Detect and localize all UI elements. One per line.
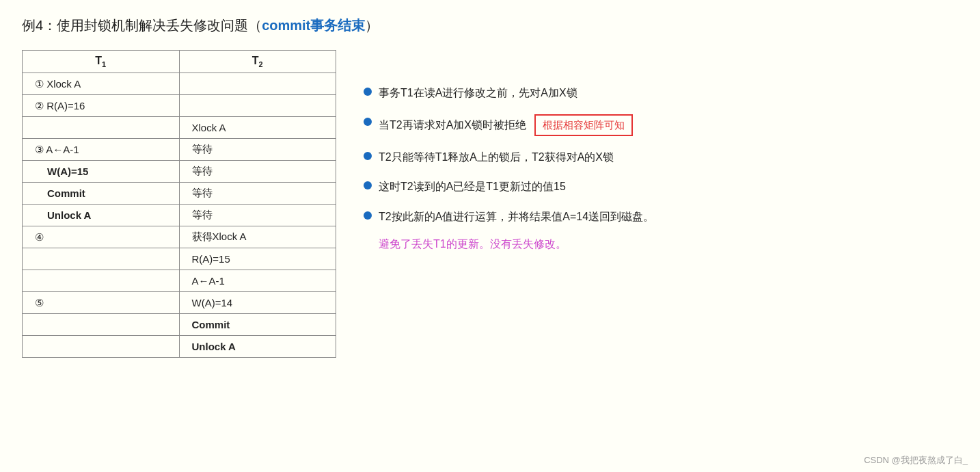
right-section: 事务T1在读A进行修改之前，先对A加X锁当T2再请求对A加X锁时被拒绝根据相容矩…: [364, 50, 958, 252]
bullet-text: 这时T2读到的A已经是T1更新过的值15: [379, 178, 566, 196]
table-cell-t2: A←A-1: [179, 270, 336, 292]
table-row: ③ A←A-1: [23, 139, 180, 161]
table-row: ① Xlock A: [23, 73, 180, 95]
bullet-dot-icon: [364, 152, 372, 160]
table-row: [23, 336, 180, 358]
title-suffix: ）: [365, 18, 379, 33]
table-row: [23, 117, 180, 139]
bullet-text: T2按此新的A值进行运算，并将结果值A=14送回到磁盘。: [379, 208, 654, 226]
bullet-item: T2按此新的A值进行运算，并将结果值A=14送回到磁盘。: [364, 208, 958, 226]
bullet-list: 事务T1在读A进行修改之前，先对A加X锁当T2再请求对A加X锁时被拒绝根据相容矩…: [364, 84, 958, 225]
table-row: Commit: [23, 183, 180, 205]
bullet-item: 事务T1在读A进行修改之前，先对A加X锁: [364, 84, 958, 102]
table-cell-t2: 获得Xlock A: [179, 226, 336, 248]
bullet-dot-icon: [364, 181, 372, 189]
bullet-text: 事务T1在读A进行修改之前，先对A加X锁: [379, 84, 577, 102]
bullet-item: 这时T2读到的A已经是T1更新过的值15: [364, 178, 958, 196]
table-row: [23, 314, 180, 336]
conclusion: 避免了丢失T1的更新。没有丢失修改。: [379, 237, 958, 252]
table-cell-t2: [179, 73, 336, 95]
bullet-dot-icon: [364, 211, 372, 220]
col1-header: T1: [23, 51, 180, 73]
bullet-item: T2只能等待T1释放A上的锁后，T2获得对A的X锁: [364, 148, 958, 166]
table-row: [23, 270, 180, 292]
transaction-table: T1 T2 ① Xlock A② R(A)=16Xlock A③ A←A-1等待…: [22, 50, 336, 358]
col2-header: T2: [179, 51, 336, 73]
table-cell-t2: [179, 95, 336, 117]
bullet-dot-icon: [364, 118, 372, 126]
page-title: 例4：使用封锁机制解决丢失修改问题（commit事务结束）: [22, 16, 958, 35]
table-section: T1 T2 ① Xlock A② R(A)=16Xlock A③ A←A-1等待…: [22, 50, 336, 358]
table-row: ④: [23, 226, 180, 248]
inline-annotation-box: 根据相容矩阵可知: [534, 114, 633, 136]
title-prefix: 例4：使用封锁机制解决丢失修改问题（: [22, 18, 262, 33]
bullet-item: 当T2再请求对A加X锁时被拒绝根据相容矩阵可知: [364, 114, 958, 136]
title-keyword: commit事务结束: [262, 18, 365, 33]
table-cell-t2: 等待: [179, 183, 336, 205]
table-cell-t2: 等待: [179, 139, 336, 161]
table-cell-t2: 等待: [179, 161, 336, 183]
table-cell-t2: 等待: [179, 205, 336, 226]
table-cell-t2: Commit: [179, 314, 336, 336]
table-cell-t2: W(A)=14: [179, 292, 336, 314]
table-cell-t2: Xlock A: [179, 117, 336, 139]
table-row: [23, 248, 180, 270]
bullet-text: T2只能等待T1释放A上的锁后，T2获得对A的X锁: [379, 148, 614, 166]
main-layout: T1 T2 ① Xlock A② R(A)=16Xlock A③ A←A-1等待…: [22, 50, 958, 358]
table-row: Unlock A: [23, 205, 180, 226]
table-row: ② R(A)=16: [23, 95, 180, 117]
footer-note: CSDN @我把夜熬成了白_: [864, 454, 968, 467]
table-cell-t2: Unlock A: [179, 336, 336, 358]
table-cell-t2: R(A)=15: [179, 248, 336, 270]
bullet-text: 当T2再请求对A加X锁时被拒绝: [379, 116, 526, 134]
bullet-dot-icon: [364, 88, 372, 96]
table-row: W(A)=15: [23, 161, 180, 183]
bullet-text-with-box: 当T2再请求对A加X锁时被拒绝根据相容矩阵可知: [379, 114, 633, 136]
table-row: ⑤: [23, 292, 180, 314]
